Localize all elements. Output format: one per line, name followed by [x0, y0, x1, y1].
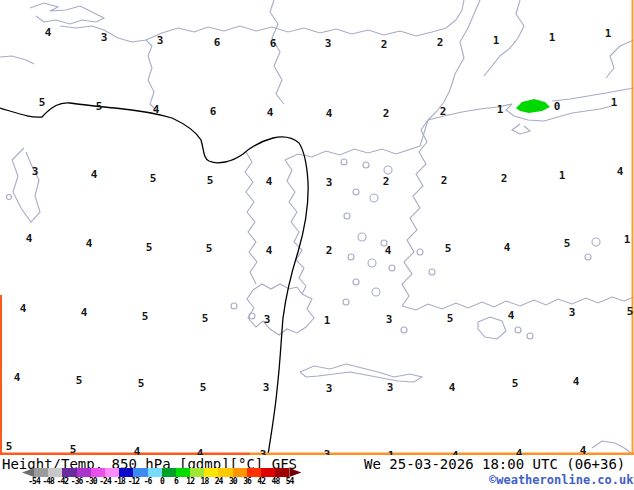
colorbar-segment — [261, 468, 275, 477]
temperature-value: 5 — [150, 173, 157, 184]
colorbar-segment — [148, 468, 162, 477]
contour-line — [0, 103, 308, 455]
river-lines — [60, 26, 104, 30]
colorbar-tick-label: 42 — [257, 477, 265, 486]
temperature-value: 5 — [200, 382, 207, 393]
colorbar-tick-label: -48 — [42, 477, 53, 486]
colorbar-segment — [48, 468, 62, 477]
river-lines — [30, 3, 104, 24]
map-overlay-graphics — [0, 0, 634, 455]
temperature-value: 1 — [497, 104, 504, 115]
temperature-value: 3 — [386, 314, 393, 325]
colorbar-tick-labels: -54-48-42-36-30-24-18-12-606121824303642… — [22, 477, 312, 487]
temperature-value: 4 — [573, 376, 580, 387]
temperature-value: 4 — [45, 27, 52, 38]
temperature-value: 4 — [385, 245, 392, 256]
temperature-value: 4 — [20, 303, 27, 314]
coastlines-layer — [0, 0, 634, 454]
colorbar-tick-label: 36 — [243, 477, 251, 486]
temperature-value: 5 — [202, 313, 209, 324]
border-line — [146, 0, 464, 40]
temperature-value: 3 — [263, 382, 270, 393]
temperature-value: 3 — [326, 177, 333, 188]
temperature-value: 6 — [214, 37, 221, 48]
temperature-value: 5 — [146, 242, 153, 253]
temperature-value: 4 — [266, 176, 273, 187]
green-spot — [516, 99, 550, 113]
temperature-value: 3 — [264, 314, 271, 325]
temperature-value: 4 — [504, 242, 511, 253]
colorbar-tick-label: -42 — [57, 477, 68, 486]
temperature-value: 4 — [267, 107, 274, 118]
colorbar-segment — [91, 468, 105, 477]
colorbar-segment — [77, 468, 91, 477]
colorbar-segment — [289, 468, 301, 477]
temperature-value: 5 — [512, 378, 519, 389]
temperature-value: 4 — [580, 445, 587, 455]
temperature-value: 6 — [270, 38, 277, 49]
temperature-value: 3 — [101, 32, 108, 43]
colorbar-segment — [247, 468, 261, 477]
temperature-value: 4 — [91, 169, 98, 180]
temperature-value: 5 — [142, 311, 149, 322]
temperature-value: 5 — [445, 243, 452, 254]
temperature-value: 5 — [207, 175, 214, 186]
temperature-value: 1 — [324, 315, 331, 326]
temperature-value: 5 — [206, 243, 213, 254]
colorbar-tick-label: -30 — [85, 477, 96, 486]
temperature-value: 3 — [569, 307, 576, 318]
temperature-colorbar — [22, 468, 301, 477]
colorbar-tick-label: -6 — [144, 477, 152, 486]
temperature-value: 1 — [605, 28, 612, 39]
temperature-value: 5 — [39, 97, 46, 108]
weather-map-page: 4336632211155464422101345543222144455424… — [0, 0, 634, 490]
temperature-value: 3 — [387, 382, 394, 393]
map-datetime: We 25-03-2026 18:00 UTC (06+36) — [364, 456, 625, 472]
temperature-value: 2 — [383, 176, 390, 187]
temperature-value: 1 — [559, 170, 566, 181]
coastline-crete — [300, 364, 422, 382]
colorbar-segment — [119, 468, 133, 477]
footer-bar: Height/Temp. 850 hPa [gdmp][°C] GFS We 2… — [0, 455, 634, 490]
temperature-value: 5 — [76, 375, 83, 386]
aegean-islands — [231, 159, 600, 339]
temperature-value: 5 — [564, 238, 571, 249]
temperature-value: 6 — [210, 106, 217, 117]
colorbar-tick-label: 48 — [272, 477, 280, 486]
colorbar-segment — [190, 468, 204, 477]
temperature-value: 3 — [157, 35, 164, 46]
temperature-value: 1 — [549, 32, 556, 43]
colorbar-tick-label: -24 — [99, 477, 110, 486]
coastline-greece-east — [285, 160, 306, 294]
credit-link[interactable]: ©weatheronline.co.uk — [489, 473, 634, 487]
temperature-value: 5 — [447, 313, 454, 324]
temperature-value: 4 — [81, 307, 88, 318]
temperature-value: 4 — [197, 448, 204, 455]
river-anatolia — [484, 0, 524, 76]
temperature-value: 2 — [501, 173, 508, 184]
colorbar-segment — [218, 468, 232, 477]
coast-left-line — [0, 56, 34, 64]
colorbar-tick-label: -36 — [71, 477, 82, 486]
lake-line — [512, 124, 530, 134]
river-anatolia — [606, 40, 634, 78]
colorbar-tick-label: 24 — [215, 477, 223, 486]
coastline-thrace — [285, 120, 428, 160]
colorbar-tick-label: 6 — [174, 477, 178, 486]
colorbar-segment — [162, 468, 176, 477]
colorbar-tick-label: -18 — [113, 477, 124, 486]
temperature-value: 1 — [624, 234, 631, 245]
temperature-value: 2 — [441, 175, 448, 186]
temperature-value: 4 — [266, 245, 273, 256]
island — [7, 195, 12, 200]
temperature-value: 3 — [325, 38, 332, 49]
colorbar-segment — [22, 468, 34, 477]
coastline-greece-west — [245, 152, 257, 284]
temperature-value: 1 — [611, 97, 618, 108]
colorbar-tick-label: -54 — [28, 477, 39, 486]
temperature-value: 4 — [134, 446, 141, 455]
temperature-value: 4 — [617, 166, 624, 177]
coastline-italy — [12, 148, 40, 222]
temperature-value: 4 — [326, 108, 333, 119]
colorbar-tick-label: 54 — [286, 477, 294, 486]
